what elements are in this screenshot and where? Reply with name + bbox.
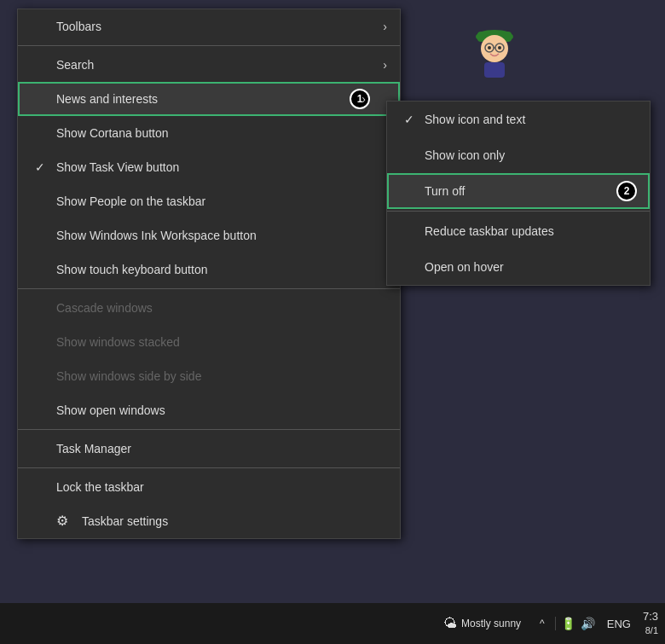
check-icon-text: ✓ xyxy=(404,113,425,126)
check-open-hover xyxy=(404,260,425,274)
tray-expand[interactable]: ^ xyxy=(536,614,548,633)
checkmark-side-by-side xyxy=(35,369,52,383)
menu-label-open-windows: Show open windows xyxy=(56,403,165,417)
divider-4 xyxy=(18,467,400,468)
menu-label-people: Show People on the taskbar xyxy=(56,194,205,208)
arrow-toolbars: › xyxy=(383,20,387,33)
step-badge-1: 1 xyxy=(350,89,370,109)
checkmark-toolbars xyxy=(35,20,52,33)
checkmark-ink xyxy=(35,229,52,242)
time-display: 7:3 xyxy=(643,610,658,624)
menu-label-stacked: Show windows stacked xyxy=(56,335,180,349)
submenu-item-reduce-updates[interactable]: Reduce taskbar updates xyxy=(387,213,650,249)
arrow-news: › xyxy=(361,92,366,106)
svg-point-6 xyxy=(488,46,491,49)
menu-item-task-manager[interactable]: Task Manager xyxy=(18,432,400,466)
menu-item-touch[interactable]: Show touch keyboard button xyxy=(18,252,400,287)
menu-label-taskbar-settings: Taskbar settings xyxy=(82,514,168,528)
caret-icon: ^ xyxy=(540,618,545,629)
menu-label-toolbars: Toolbars xyxy=(56,20,101,33)
menu-label-task-view: Show Task View button xyxy=(56,160,179,174)
submenu-label-icon-text: Show icon and text xyxy=(425,113,525,126)
submenu-item-turn-off[interactable]: Turn off 2 xyxy=(387,173,650,209)
menu-label-ink: Show Windows Ink Workspace button xyxy=(56,229,257,242)
menu-item-search[interactable]: Search › xyxy=(18,48,400,82)
checkmark-open-windows xyxy=(35,403,52,417)
submenu-item-icon-text[interactable]: ✓ Show icon and text xyxy=(387,102,650,137)
menu-label-lock-taskbar: Lock the taskbar xyxy=(56,480,144,494)
submenu-item-open-hover[interactable]: Open on hover xyxy=(387,249,650,285)
volume-icon[interactable]: 🔊 xyxy=(581,617,595,630)
clock[interactable]: 7:3 8/1 xyxy=(638,610,658,636)
menu-item-news-interests[interactable]: News and interests 1 › xyxy=(18,82,400,116)
checkmark-task-view: ✓ xyxy=(35,160,52,174)
menu-item-cortana[interactable]: Show Cortana button xyxy=(18,116,400,150)
check-icon-only xyxy=(404,148,425,162)
submenu-label-icon-only: Show icon only xyxy=(425,148,505,162)
menu-label-search: Search xyxy=(56,58,94,72)
submenu-divider-1 xyxy=(387,211,650,212)
menu-label-touch: Show touch keyboard button xyxy=(56,263,207,276)
checkmark-touch xyxy=(35,263,52,276)
menu-label-side-by-side: Show windows side by side xyxy=(56,369,201,383)
submenu-label-turn-off: Turn off xyxy=(425,184,465,198)
battery-icon[interactable]: 🔋 xyxy=(561,617,575,630)
left-context-menu: Toolbars › Search › News and interests 1… xyxy=(17,9,401,539)
menu-label-task-manager: Task Manager xyxy=(56,442,131,455)
menu-item-task-view[interactable]: ✓ Show Task View button xyxy=(18,150,400,184)
menu-item-toolbars[interactable]: Toolbars › xyxy=(18,9,400,44)
check-reduce-updates xyxy=(404,224,425,238)
submenu-item-icon-only[interactable]: Show icon only xyxy=(387,137,650,173)
taskbar-right: 🌤 Mostly sunny ^ 🔋 🔊 ENG 7:3 8/1 xyxy=(443,610,658,636)
menu-label-news-interests: News and interests xyxy=(56,92,158,106)
submenu-label-reduce-updates: Reduce taskbar updates xyxy=(425,224,554,238)
gear-icon: ⚙ xyxy=(56,513,73,530)
svg-point-7 xyxy=(498,46,501,49)
divider-3 xyxy=(18,429,400,430)
submenu-label-open-hover: Open on hover xyxy=(425,260,504,274)
right-submenu: ✓ Show icon and text Show icon only Turn… xyxy=(386,101,651,286)
svg-rect-8 xyxy=(484,62,505,78)
check-turn-off xyxy=(404,184,425,198)
menu-item-ink[interactable]: Show Windows Ink Workspace button xyxy=(18,218,400,252)
checkmark-people xyxy=(35,194,52,208)
menu-item-stacked: Show windows stacked xyxy=(18,325,400,359)
arrow-search: › xyxy=(383,58,387,72)
checkmark-search xyxy=(35,58,52,72)
weather-text: Mostly sunny xyxy=(461,618,521,629)
menu-item-lock-taskbar[interactable]: Lock the taskbar xyxy=(18,470,400,504)
checkmark-cortana xyxy=(35,126,52,140)
divider-2 xyxy=(18,288,400,289)
checkmark-taskbar-settings xyxy=(35,514,52,528)
checkmark-news xyxy=(35,92,52,106)
language-indicator[interactable]: ENG xyxy=(607,618,631,630)
tray-icons: 🔋 🔊 xyxy=(555,617,600,630)
menu-item-cascade: Cascade windows xyxy=(18,291,400,325)
weather-widget[interactable]: 🌤 Mostly sunny xyxy=(443,616,521,631)
menu-item-people[interactable]: Show People on the taskbar xyxy=(18,184,400,218)
divider-1 xyxy=(18,45,400,46)
date-display: 8/1 xyxy=(643,624,658,636)
menu-item-taskbar-settings[interactable]: ⚙ Taskbar settings xyxy=(18,504,400,538)
menu-item-open-windows[interactable]: Show open windows xyxy=(18,393,400,427)
avatar xyxy=(460,17,529,85)
checkmark-task-manager xyxy=(35,442,52,455)
menu-label-cortana: Show Cortana button xyxy=(56,126,169,140)
menu-item-side-by-side: Show windows side by side xyxy=(18,359,400,393)
desktop: Toolbars › Search › News and interests 1… xyxy=(0,0,665,644)
taskbar: 🌤 Mostly sunny ^ 🔋 🔊 ENG 7:3 8/1 xyxy=(0,603,665,644)
menu-label-cascade: Cascade windows xyxy=(56,301,153,315)
checkmark-cascade xyxy=(35,301,52,315)
step-badge-2: 2 xyxy=(616,181,637,201)
checkmark-stacked xyxy=(35,335,52,349)
checkmark-lock-taskbar xyxy=(35,480,52,494)
weather-icon: 🌤 xyxy=(443,616,457,631)
